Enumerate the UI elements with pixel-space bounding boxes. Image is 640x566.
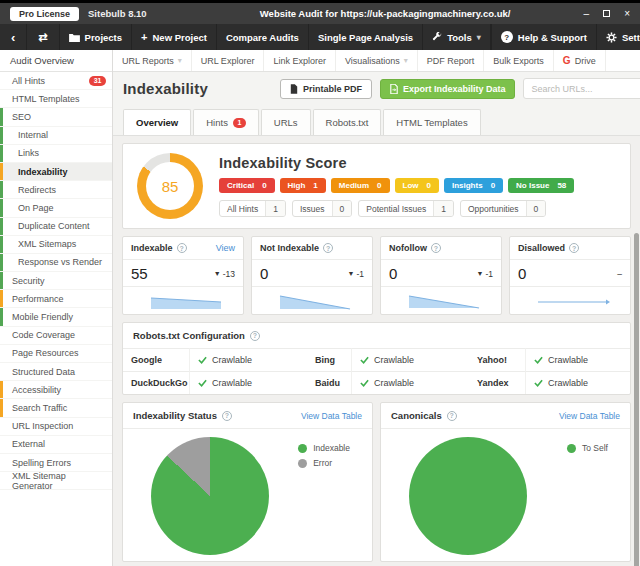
url-search [523, 78, 640, 99]
view-link[interactable]: View [216, 243, 235, 253]
tab-overview[interactable]: Overview [123, 109, 191, 135]
pill-issues[interactable]: Issues0 [292, 200, 352, 217]
toolbar-item-help-support[interactable]: ? Help & Support [492, 24, 597, 50]
hints-count-badge: 31 [89, 76, 106, 86]
help-icon[interactable]: ? [177, 243, 187, 253]
sidebar-item-links[interactable]: Links [0, 145, 112, 163]
minimize-button[interactable]: – [584, 8, 590, 19]
toolbar-item-new-project[interactable]: + New Project [132, 24, 217, 50]
pill-potential-issues[interactable]: Potential Issues1 [358, 200, 454, 217]
bot-name: Baidu [307, 371, 351, 394]
printable-pdf-button[interactable]: Printable PDF [280, 79, 372, 99]
sidebar-item-xml-sitemaps[interactable]: XML Sitemaps [0, 236, 112, 254]
view-data-table-link[interactable]: View Data Table [559, 411, 620, 421]
help-icon[interactable]: ? [222, 411, 232, 421]
sidebar-item-structured-data[interactable]: Structured Data [0, 363, 112, 381]
badge-high[interactable]: High1 [280, 178, 326, 193]
tab-hints[interactable]: Hints1 [193, 109, 259, 135]
toolbar-item-projects[interactable]: Projects [60, 24, 133, 50]
nav-pdf-report[interactable]: PDF Report [418, 50, 485, 71]
pill-all-hints[interactable]: All Hints1 [219, 200, 286, 217]
sidebar-item-redirects[interactable]: Redirects [0, 181, 112, 199]
badge-medium[interactable]: Medium0 [331, 178, 390, 193]
sidebar-item-code-coverage[interactable]: Code Coverage [0, 327, 112, 345]
sidebar-item-indexability[interactable]: Indexability [0, 163, 112, 181]
legend-dot [298, 444, 307, 453]
sidebar-item-all-hints[interactable]: All Hints31 [0, 72, 112, 90]
metric-change: ▼-1 [477, 269, 494, 279]
page-title: Indexability [123, 80, 208, 97]
overview-panel: 85 Indexability Score Critical0 High1 Me… [113, 136, 640, 566]
sparkline-not-indexable [262, 290, 362, 312]
maximize-button[interactable] [603, 10, 610, 17]
bot-status: Crawlable [189, 348, 307, 371]
sidebar-item-search-traffic[interactable]: Search Traffic [0, 399, 112, 417]
sidebar-item-internal[interactable]: Internal [0, 127, 112, 145]
tab-robots-txt[interactable]: Robots.txt [313, 109, 382, 135]
check-icon [534, 379, 543, 387]
nav-visualisations[interactable]: Visualisations▾ [336, 50, 418, 71]
tab-html-templates[interactable]: HTML Templates [383, 109, 480, 135]
help-icon[interactable]: ? [431, 243, 441, 253]
sidebar-item-accessibility[interactable]: Accessibility [0, 381, 112, 399]
help-icon[interactable]: ? [569, 243, 579, 253]
sidebar-header: Audit Overview [0, 50, 112, 72]
sidebar-item-duplicate-content[interactable]: Duplicate Content [0, 218, 112, 236]
pill-opportunities[interactable]: Opportunities0 [460, 200, 546, 217]
view-data-table-link[interactable]: View Data Table [301, 411, 362, 421]
app-title: Sitebulb 8.10 [88, 8, 147, 19]
sidebar-item-on-page[interactable]: On Page [0, 199, 112, 217]
toolbar-item-compare-audits[interactable]: Compare Audits [217, 24, 309, 50]
help-icon[interactable]: ? [447, 411, 457, 421]
close-button[interactable]: × [624, 8, 630, 19]
vertical-scrollbar[interactable] [634, 233, 639, 566]
compare-arrows-icon: ⇄ [38, 31, 47, 44]
bot-name: DuckDuckGo [123, 371, 189, 394]
sparkline-nofollow [391, 290, 491, 312]
back-button[interactable]: ‹ [0, 24, 27, 50]
switch-audit-button[interactable]: ⇄ [27, 24, 59, 50]
metric-card-not-indexable: Not Indexable? 0▼-1 [251, 236, 373, 315]
indexability-status-pie [151, 437, 269, 555]
sidebar-item-security[interactable]: Security [0, 272, 112, 290]
nav-link-explorer[interactable]: Link Explorer [264, 50, 336, 71]
sidebar-item-performance[interactable]: Performance [0, 290, 112, 308]
metric-change: ▼-13 [214, 269, 235, 279]
metric-change: ▼-1 [348, 269, 365, 279]
sidebar-item-external[interactable]: External [0, 436, 112, 454]
sidebar-item-page-resources[interactable]: Page Resources [0, 345, 112, 363]
sidebar-item-seo[interactable]: SEO [0, 108, 112, 126]
export-indexability-data-button[interactable]: Export Indexability Data [380, 79, 516, 99]
folder-icon [69, 33, 80, 42]
badge-no-issue[interactable]: No Issue58 [508, 178, 574, 193]
badge-critical[interactable]: Critical0 [219, 178, 275, 193]
nav-url-reports[interactable]: URL Reports▾ [113, 50, 192, 71]
chevron-down-icon: ▾ [178, 56, 182, 65]
tab-urls[interactable]: URLs [261, 109, 311, 135]
chevron-down-icon: ▾ [477, 33, 481, 42]
chart-legend: To Self [567, 443, 608, 561]
main-content: URL Reports▾ URL Explorer Link Explorer … [113, 50, 640, 566]
toolbar-item-single-page-analysis[interactable]: Single Page Analysis [309, 24, 423, 50]
check-icon [198, 379, 207, 387]
sparkline-disallowed [520, 290, 620, 312]
nav-bulk-exports[interactable]: Bulk Exports [484, 50, 554, 71]
search-input[interactable] [531, 84, 640, 94]
toolbar-item-settings[interactable]: Settings [597, 24, 640, 50]
sidebar-item-response-vs-render[interactable]: Response vs Render [0, 254, 112, 272]
sidebar-item-html-templates[interactable]: HTML Templates [0, 90, 112, 108]
canonicals-pie [409, 437, 527, 555]
help-icon[interactable]: ? [323, 243, 333, 253]
nav-url-explorer[interactable]: URL Explorer [192, 50, 265, 71]
badge-insights[interactable]: Insights0 [444, 178, 503, 193]
badge-low[interactable]: Low0 [395, 178, 439, 193]
sidebar-item-url-inspection[interactable]: URL Inspection [0, 418, 112, 436]
trend-down-icon: ▼ [477, 270, 484, 277]
toolbar-item-tools[interactable]: Tools ▾ [423, 24, 491, 50]
sidebar-item-spelling-errors[interactable]: Spelling Errors [0, 454, 112, 472]
help-icon[interactable]: ? [250, 331, 260, 341]
window-title: Website Audit for https://uk-packagingma… [147, 8, 584, 19]
sidebar-item-xml-sitemap-generator[interactable]: XML Sitemap Generator [0, 472, 112, 490]
nav-google-drive[interactable]: GDrive [554, 50, 606, 71]
sidebar-item-mobile-friendly[interactable]: Mobile Friendly [0, 308, 112, 326]
